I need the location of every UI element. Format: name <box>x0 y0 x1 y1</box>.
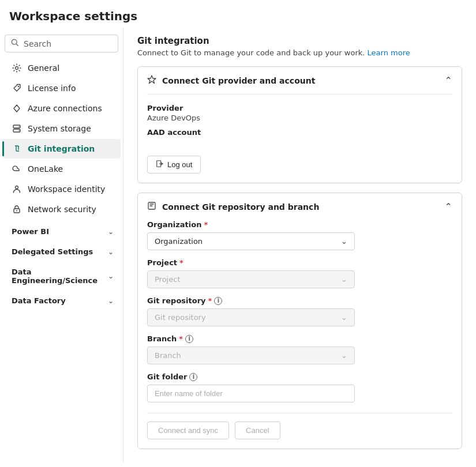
aad-value <box>147 138 452 146</box>
repo-select[interactable]: Git repository ⌄ <box>147 308 355 326</box>
chevron-down-icon: ⌄ <box>108 248 114 256</box>
branch-info-icon[interactable]: i <box>185 335 193 343</box>
project-label: Project * <box>147 258 452 267</box>
section-title: Git integration <box>137 28 462 48</box>
card-git-repo-body: Organization * Organization ⌄ Project * <box>138 220 462 449</box>
sidebar: Search General License info <box>0 28 123 462</box>
server-icon <box>12 123 22 134</box>
sidebar-item-network-label: Network security <box>28 205 96 214</box>
sidebar-item-onelake[interactable]: OneLake <box>2 159 121 179</box>
sidebar-item-general[interactable]: General <box>2 58 121 78</box>
folder-input[interactable] <box>147 385 355 402</box>
svg-point-3 <box>18 86 19 87</box>
identity-icon <box>12 184 22 194</box>
card-git-provider-title: Connect Git provider and account <box>162 76 315 85</box>
project-select[interactable]: Project ⌄ <box>147 270 355 288</box>
git-icon <box>12 144 22 154</box>
org-label: Organization * <box>147 220 452 229</box>
branch-field: Branch * i Branch ⌄ <box>147 334 452 364</box>
repo-info-icon[interactable]: i <box>214 297 222 305</box>
folder-field: Git folder i <box>147 372 452 402</box>
connect-sync-button[interactable]: Connect and sync <box>147 421 229 439</box>
card-git-provider-body: Provider Azure DevOps AAD account Log ou… <box>138 94 462 183</box>
aad-label: AAD account <box>147 128 452 137</box>
repo-placeholder: Git repository <box>155 313 206 322</box>
sidebar-item-git[interactable]: Git integration <box>2 139 121 159</box>
sidebar-item-general-label: General <box>28 63 59 73</box>
section-description: Connect to Git to manage your code and b… <box>137 48 462 57</box>
repo-icon <box>147 201 156 212</box>
action-row: Connect and sync Cancel <box>147 413 452 439</box>
sidebar-section-datafactory[interactable]: Data Factory ⌄ <box>2 291 121 308</box>
organization-select[interactable]: Organization ⌄ <box>147 232 355 250</box>
sidebar-section-delegated-label: Delegated Settings <box>12 247 93 256</box>
branch-select[interactable]: Branch ⌄ <box>147 347 355 364</box>
sidebar-item-storage-label: System storage <box>28 124 91 133</box>
search-icon <box>11 39 19 48</box>
cancel-button[interactable]: Cancel <box>235 421 280 439</box>
branch-label: Branch * i <box>147 334 452 343</box>
collapse-icon[interactable]: ⌃ <box>445 75 452 86</box>
lock-icon <box>12 204 22 214</box>
org-select-value: Organization <box>155 237 203 246</box>
chevron-down-icon: ⌄ <box>341 313 347 322</box>
repo-field: Git repository * i Git repository ⌄ <box>147 296 452 326</box>
sidebar-item-license[interactable]: License info <box>2 78 121 98</box>
learn-more-link[interactable]: Learn more <box>368 48 410 57</box>
chevron-down-icon: ⌄ <box>341 237 347 246</box>
folder-label: Git folder i <box>147 372 452 381</box>
sidebar-section-delegated[interactable]: Delegated Settings ⌄ <box>2 242 121 259</box>
card-git-repo-title: Connect Git repository and branch <box>162 202 319 212</box>
sidebar-item-license-label: License info <box>28 84 76 93</box>
sidebar-section-powerbi[interactable]: Power BI ⌄ <box>2 221 121 239</box>
folder-info-icon[interactable]: i <box>189 373 197 381</box>
svg-point-8 <box>18 130 20 131</box>
svg-marker-4 <box>14 105 20 112</box>
provider-label: Provider <box>147 104 452 112</box>
svg-point-9 <box>16 186 18 189</box>
card-repo-header-left: Connect Git repository and branch <box>147 201 319 212</box>
repo-required-star: * <box>208 296 212 305</box>
git-provider-icon <box>147 75 156 86</box>
logout-button[interactable]: Log out <box>147 156 201 174</box>
logout-icon <box>156 160 164 170</box>
main-content: Git integration Connect to Git to manage… <box>123 28 476 462</box>
collapse-icon-2[interactable]: ⌃ <box>445 201 452 212</box>
branch-placeholder: Branch <box>155 351 181 360</box>
sidebar-item-azure[interactable]: Azure connections <box>2 99 121 118</box>
sidebar-item-identity-label: Workspace identity <box>28 184 105 194</box>
sidebar-section-powerbi-label: Power BI <box>12 227 49 236</box>
logout-btn-label: Log out <box>167 160 192 169</box>
svg-point-11 <box>16 210 17 212</box>
sidebar-section-datafactory-label: Data Factory <box>12 296 66 305</box>
cloud-icon <box>12 164 22 174</box>
settings-icon <box>12 63 22 73</box>
search-input[interactable]: Search <box>5 35 118 52</box>
chevron-down-icon: ⌄ <box>108 228 114 236</box>
project-field: Project * Project ⌄ <box>147 258 452 288</box>
branch-required-star: * <box>179 334 183 343</box>
sidebar-item-network[interactable]: Network security <box>2 199 121 219</box>
svg-line-1 <box>16 44 18 46</box>
sidebar-item-azure-label: Azure connections <box>28 104 102 113</box>
repo-label: Git repository * i <box>147 296 452 305</box>
search-placeholder: Search <box>24 39 51 48</box>
sidebar-item-storage[interactable]: System storage <box>2 119 121 138</box>
chevron-down-icon: ⌄ <box>341 275 347 284</box>
card-git-provider-header[interactable]: Connect Git provider and account ⌃ <box>138 67 462 94</box>
page-title: Workspace settings <box>0 0 476 28</box>
card-git-provider: Connect Git provider and account ⌃ Provi… <box>137 66 462 183</box>
org-required-star: * <box>204 220 208 229</box>
project-placeholder: Project <box>155 275 180 284</box>
svg-point-2 <box>16 67 18 70</box>
chevron-down-icon: ⌄ <box>341 351 347 360</box>
sidebar-item-identity[interactable]: Workspace identity <box>2 179 121 199</box>
sidebar-section-dataeng[interactable]: Data Engineering/Science ⌄ <box>2 262 121 288</box>
card-git-repo-header[interactable]: Connect Git repository and branch ⌃ <box>138 193 462 220</box>
sidebar-item-onelake-label: OneLake <box>28 164 63 174</box>
card-header-left: Connect Git provider and account <box>147 75 315 86</box>
project-required-star: * <box>179 258 183 267</box>
diamond-icon <box>12 103 22 114</box>
sidebar-item-git-label: Git integration <box>28 144 95 153</box>
chevron-down-icon: ⌄ <box>108 297 114 305</box>
